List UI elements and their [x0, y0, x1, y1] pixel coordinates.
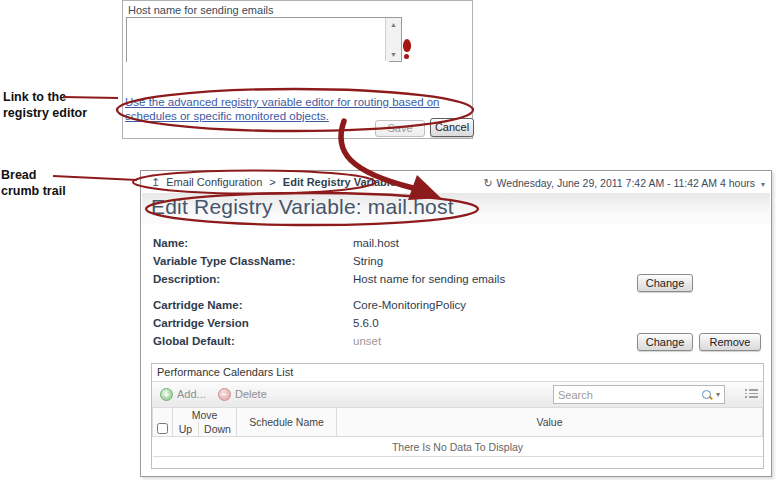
- callout-line: crumb trail: [1, 183, 66, 199]
- field-row-cartridge-name: Cartridge Name: Core-MonitoringPolicy: [153, 299, 759, 315]
- field-row-name: Name: mail.host: [153, 237, 759, 253]
- edit-registry-variable-panel: ↥ Email Configuration > Edit Registry Va…: [140, 170, 772, 477]
- table-customizer-icon[interactable]: [745, 389, 758, 401]
- page-title: Edit Registry Variable: mail.host: [151, 195, 454, 219]
- email-host-dialog: Host name for sending emails ▲ ▼ Use the…: [122, 0, 473, 139]
- title-bar: Edit Registry Variable: mail.host: [142, 193, 770, 224]
- advanced-registry-editor-link[interactable]: Use the advanced registry variable edito…: [125, 95, 440, 123]
- add-icon: +: [160, 388, 173, 401]
- timerange-dropdown-icon: ▾: [761, 180, 765, 189]
- field-label: Variable Type ClassName:: [153, 255, 295, 267]
- field-value: unset: [353, 335, 381, 347]
- callout-line: Bread: [1, 167, 66, 183]
- scroll-up-icon[interactable]: ▲: [386, 18, 401, 31]
- field-row-variable-type: Variable Type ClassName: String: [153, 255, 759, 271]
- column-header-up[interactable]: Up: [173, 422, 199, 437]
- search-icon[interactable]: [701, 389, 713, 401]
- field-value: Core-MonitoringPolicy: [353, 299, 466, 311]
- required-exclamation-icon: [403, 39, 411, 59]
- column-header-value[interactable]: Value: [337, 408, 763, 437]
- breadcrumb-item-edit-registry-variable: Edit Registry Variable: [283, 176, 396, 188]
- timerange-icon: ↻: [483, 177, 492, 189]
- column-header-down[interactable]: Down: [199, 422, 237, 437]
- timerange-selector[interactable]: ↻Wednesday, June 29, 2011 7:42 AM - 11:4…: [483, 177, 765, 190]
- hostname-field-label: Host name for sending emails: [128, 4, 274, 16]
- search-dropdown-icon[interactable]: ▾: [716, 390, 720, 399]
- delete-button-label: Delete: [235, 388, 267, 400]
- remove-global-default-button[interactable]: Remove: [699, 333, 761, 351]
- field-label: Description:: [153, 273, 220, 285]
- column-header-schedule-name[interactable]: Schedule Name: [237, 408, 337, 437]
- add-button[interactable]: + Add...: [160, 386, 206, 402]
- breadcrumb: ↥ Email Configuration > Edit Registry Va…: [151, 176, 396, 189]
- field-value: String: [353, 255, 383, 267]
- field-label: Cartridge Version: [153, 317, 249, 329]
- add-button-label: Add...: [177, 388, 206, 400]
- delete-button[interactable]: − Delete: [218, 386, 267, 402]
- search-box: ▾: [553, 385, 725, 404]
- delete-icon: −: [218, 388, 231, 401]
- field-label: Global Default:: [153, 335, 235, 347]
- calendars-table: Move Schedule Name Value Up Down There I…: [152, 407, 763, 457]
- field-value: 5.6.0: [353, 317, 379, 329]
- breadcrumb-separator: >: [269, 176, 275, 188]
- empty-table-message: There Is No Data To Display: [153, 437, 763, 457]
- change-description-button[interactable]: Change: [637, 274, 693, 292]
- search-input[interactable]: [554, 389, 701, 401]
- textarea-scrollbar[interactable]: ▲ ▼: [385, 18, 401, 61]
- performance-calendars-panel: Performance Calendars List + Add... − De…: [151, 363, 764, 469]
- cancel-button[interactable]: Cancel: [430, 118, 474, 137]
- scroll-down-icon[interactable]: ▼: [386, 48, 401, 61]
- callout-link-to-registry-editor: Link to the registry editor: [3, 89, 87, 121]
- column-header-move: Move: [173, 408, 237, 423]
- select-all-checkbox[interactable]: [157, 423, 168, 434]
- link-line-1: Use the advanced registry variable edito…: [125, 95, 440, 109]
- hostname-textarea-frame: ▲ ▼: [126, 17, 402, 62]
- change-global-default-button[interactable]: Change: [637, 333, 693, 351]
- field-label: Cartridge Name:: [153, 299, 242, 311]
- breadcrumb-up-icon[interactable]: ↥: [151, 176, 160, 188]
- callout-breadcrumb-trail: Bread crumb trail: [1, 167, 66, 199]
- save-button[interactable]: Save: [375, 120, 425, 137]
- calendars-toolbar: + Add... − Delete ▾: [152, 382, 763, 408]
- field-value: Host name for sending emails: [353, 273, 505, 285]
- callout-line: Link to the: [3, 89, 87, 105]
- breadcrumb-item-email-configuration[interactable]: Email Configuration: [166, 176, 262, 188]
- performance-calendars-title: Performance Calendars List: [152, 364, 763, 382]
- callout-line: registry editor: [3, 105, 87, 121]
- field-row-cartridge-version: Cartridge Version 5.6.0: [153, 317, 759, 333]
- field-value: mail.host: [353, 237, 399, 249]
- hostname-textarea[interactable]: [127, 18, 389, 65]
- select-all-cell: [153, 408, 173, 437]
- field-label: Name:: [153, 237, 188, 249]
- timerange-label: Wednesday, June 29, 2011 7:42 AM - 11:42…: [497, 177, 755, 189]
